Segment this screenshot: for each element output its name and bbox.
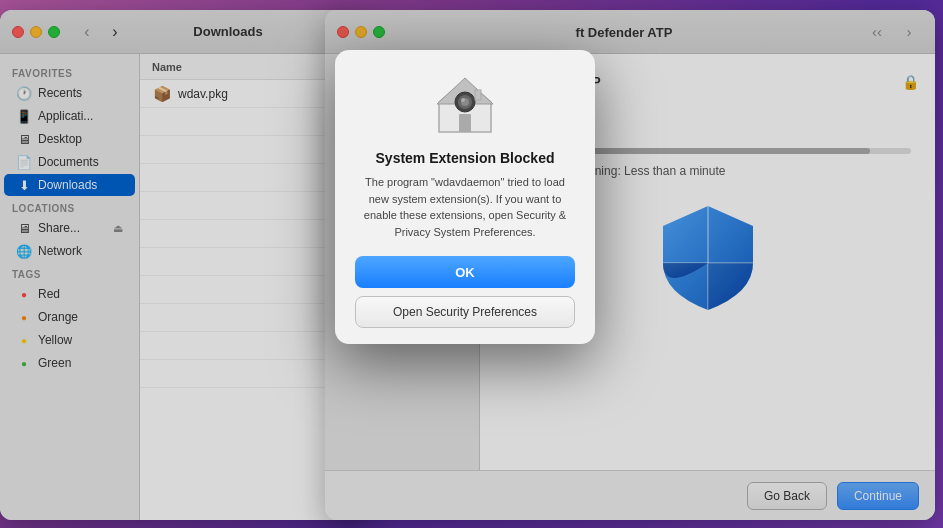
ok-button[interactable]: OK bbox=[355, 256, 575, 288]
modal-title: System Extension Blocked bbox=[355, 150, 575, 166]
system-extension-dialog: System Extension Blocked The program "wd… bbox=[335, 50, 595, 344]
open-security-preferences-button[interactable]: Open Security Preferences bbox=[355, 296, 575, 328]
svg-point-6 bbox=[461, 98, 465, 102]
security-icon bbox=[433, 74, 497, 138]
svg-rect-2 bbox=[459, 114, 471, 132]
svg-rect-7 bbox=[475, 90, 481, 100]
modal-overlay: System Extension Blocked The program "wd… bbox=[0, 0, 943, 528]
modal-message: The program "wdavdaemon" tried to load n… bbox=[355, 174, 575, 240]
